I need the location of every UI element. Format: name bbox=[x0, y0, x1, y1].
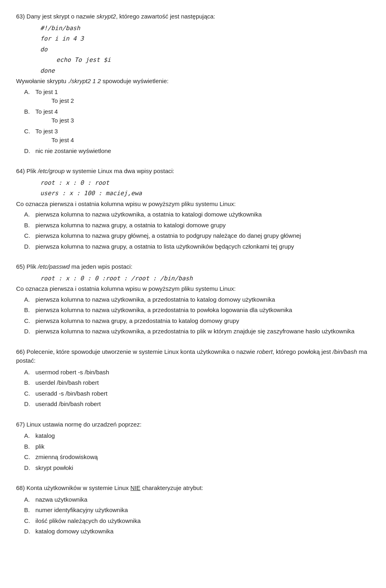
q68-option-d-text: katalog domowy użytkownika bbox=[35, 527, 370, 536]
q65-option-d-letter: D. bbox=[24, 327, 35, 336]
q65-option-c: C. pierwsza kolumna to nazwa grupy, a pr… bbox=[24, 316, 370, 326]
q66-option-a: A. usermod robert -s /bin/bash bbox=[24, 368, 370, 377]
q66-option-c-text: useradd -s /bin/bash robert bbox=[35, 389, 370, 398]
q64-option-c: C. pierwsza kolumna to nazwa grupy główn… bbox=[24, 231, 370, 241]
q68-underline: NIE bbox=[130, 484, 140, 491]
q63-title: 63) Dany jest skrypt o nazwie skrypt2, k… bbox=[16, 12, 370, 21]
q66-title: 66) Polecenie, które spowoduje utworzeni… bbox=[16, 347, 370, 365]
q66-intro2: , którego powłoką jest bbox=[273, 348, 333, 355]
q63-call-italic: ./skrypt2 1 2 bbox=[68, 78, 101, 84]
q67-title: 67) Linux ustawia normę do urzadzeń popr… bbox=[16, 420, 370, 429]
q68-option-a: A. nazwa użytkownika bbox=[24, 495, 370, 504]
q67-option-c-text: zmienną środowiskową bbox=[35, 453, 370, 462]
q63-options: A. To jest 1To jest 2 B. To jest 4To jes… bbox=[24, 88, 370, 156]
q68-option-b: B. numer identyfikacyjny użytkownika bbox=[24, 506, 370, 515]
q66-option-b-text: userdel /bin/bash robert bbox=[35, 378, 370, 388]
q65-option-d-text: pierwsza kolumna to nazwa użytkownika, a… bbox=[35, 327, 370, 336]
q64-followup: Co oznacza pierwsza i ostatnia kolumna w… bbox=[16, 200, 370, 209]
q65-code: root : x : 0 : 0 :root : /root : /bin/ba… bbox=[32, 274, 370, 283]
q65-intro-rest: ma jeden wpis postaci: bbox=[70, 263, 132, 270]
q63-option-a: A. To jest 1To jest 2 bbox=[24, 88, 370, 106]
q64-option-a-letter: A. bbox=[24, 210, 35, 219]
q65-option-a-text: pierwsza kolumna to nazwa użytkownika, a… bbox=[35, 295, 370, 304]
q68-option-c: C. ilość plików należących do użytkownik… bbox=[24, 517, 370, 526]
q63-code-line2: for i in 4 3 bbox=[40, 34, 370, 43]
q63-option-b-letter: B. bbox=[24, 107, 35, 116]
q64-italic: /etc/group bbox=[38, 167, 65, 174]
q68-intro: 68) Konta użytkowników w systemie Linux bbox=[16, 484, 130, 491]
q63-number: 63) Dany jest skrypt o nazwie bbox=[16, 13, 96, 20]
q65-option-b: B. pierwsza kolumna to nazwa użytkownika… bbox=[24, 306, 370, 315]
q63-option-b-text: To jest 4To jest 3 bbox=[35, 107, 370, 125]
q66-option-a-letter: A. bbox=[24, 368, 35, 377]
q64-code-line1: root : x : 0 : root bbox=[40, 178, 370, 188]
q63-option-c-text: To jest 3To jest 4 bbox=[35, 127, 370, 145]
q64-option-b-text: pierwsza kolumna to nazwa grupy, a ostat… bbox=[35, 221, 370, 230]
q68-option-b-text: numer identyfikacyjny użytkownika bbox=[35, 506, 370, 515]
q63-call: Wywołanie skryptu ./skrypt2 1 2 spowoduj… bbox=[16, 77, 370, 86]
q67-option-a-text: katalog bbox=[35, 431, 370, 441]
q64-option-d-text: pierwsza kolumna to nazwa grupy, a ostat… bbox=[35, 242, 370, 251]
q64-code: root : x : 0 : root users : x : 100 : ma… bbox=[32, 178, 370, 198]
q68-option-c-text: ilość plików należących do użytkownika bbox=[35, 517, 370, 526]
q67-options: A. katalog B. plik C. zmienną środowisko… bbox=[24, 431, 370, 472]
q63-option-d-letter: D. bbox=[24, 147, 35, 156]
q66-option-d: D. useradd /bin/bash robert bbox=[24, 400, 370, 409]
q63-option-c: C. To jest 3To jest 4 bbox=[24, 127, 370, 145]
question-68: 68) Konta użytkowników w systemie Linux … bbox=[16, 484, 370, 536]
q64-option-b: B. pierwsza kolumna to nazwa grupy, a os… bbox=[24, 221, 370, 230]
q67-option-c: C. zmienną środowiskową bbox=[24, 453, 370, 462]
q64-option-c-text: pierwsza kolumna to nazwa grupy głównej,… bbox=[35, 231, 370, 241]
q64-option-d-letter: D. bbox=[24, 242, 35, 251]
q66-option-b: B. userdel /bin/bash robert bbox=[24, 378, 370, 388]
q67-option-b: B. plik bbox=[24, 442, 370, 451]
q64-intro-rest: w systemie Linux ma dwa wpisy postaci: bbox=[65, 167, 175, 174]
q64-title: 64) Plik /etc/group w systemie Linux ma … bbox=[16, 167, 370, 176]
q66-options: A. usermod robert -s /bin/bash B. userde… bbox=[24, 368, 370, 409]
q65-italic: /etc/passwd bbox=[38, 263, 70, 270]
q68-option-a-text: nazwa użytkownika bbox=[35, 495, 370, 504]
q65-option-c-text: pierwsza kolumna to nazwa grupy, a przed… bbox=[35, 316, 370, 326]
q66-italic-robert: robert bbox=[257, 348, 273, 355]
q68-option-d-letter: D. bbox=[24, 527, 35, 536]
q63-code-line3: do bbox=[40, 45, 370, 54]
q65-option-b-text: pierwsza kolumna to nazwa użytkownika, a… bbox=[35, 306, 370, 315]
q63-option-a-text: To jest 1To jest 2 bbox=[35, 88, 370, 106]
q68-intro2: charakteryzuje atrybut: bbox=[140, 484, 203, 491]
q66-option-d-text: useradd /bin/bash robert bbox=[35, 400, 370, 409]
q64-code-line2: users : x : 100 : maciej,ewa bbox=[40, 189, 370, 198]
q65-number: 65) Plik bbox=[16, 263, 38, 270]
q67-option-b-letter: B. bbox=[24, 442, 35, 451]
q63-option-a-letter: A. bbox=[24, 88, 35, 97]
question-65: 65) Plik /etc/passwd ma jeden wpis posta… bbox=[16, 262, 370, 336]
q63-option-d-text: nic nie zostanie wyświetlone bbox=[35, 147, 370, 156]
q67-option-d-text: skrypt powłoki bbox=[35, 463, 370, 473]
q64-options: A. pierwsza kolumna to nazwa użytkownika… bbox=[24, 210, 370, 251]
q63-code-line1: #!/bin/bash bbox=[40, 24, 370, 33]
q67-option-a-letter: A. bbox=[24, 431, 35, 441]
q67-option-c-letter: C. bbox=[24, 453, 35, 462]
question-63: 63) Dany jest skrypt o nazwie skrypt2, k… bbox=[16, 12, 370, 155]
q65-followup: Co oznacza pierwsza i ostatnia kolumna w… bbox=[16, 284, 370, 294]
q67-option-b-text: plik bbox=[35, 442, 370, 451]
q65-option-c-letter: C. bbox=[24, 316, 35, 326]
q65-option-a: A. pierwsza kolumna to nazwa użytkownika… bbox=[24, 295, 370, 304]
q68-option-c-letter: C. bbox=[24, 517, 35, 526]
q65-option-b-letter: B. bbox=[24, 306, 35, 315]
q67-option-d-letter: D. bbox=[24, 463, 35, 473]
q65-code-line1: root : x : 0 : 0 :root : /root : /bin/ba… bbox=[40, 274, 370, 283]
q68-options: A. nazwa użytkownika B. numer identyfika… bbox=[24, 495, 370, 536]
question-64: 64) Plik /etc/group w systemie Linux ma … bbox=[16, 167, 370, 251]
q66-option-d-letter: D. bbox=[24, 400, 35, 409]
q63-option-c-letter: C. bbox=[24, 127, 35, 136]
q68-option-a-letter: A. bbox=[24, 495, 35, 504]
q65-title: 65) Plik /etc/passwd ma jeden wpis posta… bbox=[16, 262, 370, 272]
q66-option-c-letter: C. bbox=[24, 389, 35, 398]
q65-option-d: D. pierwsza kolumna to nazwa użytkownika… bbox=[24, 327, 370, 336]
question-66: 66) Polecenie, które spowoduje utworzeni… bbox=[16, 347, 370, 409]
q67-option-a: A. katalog bbox=[24, 431, 370, 441]
q64-option-a: A. pierwsza kolumna to nazwa użytkownika… bbox=[24, 210, 370, 219]
q66-intro: 66) Polecenie, które spowoduje utworzeni… bbox=[16, 348, 257, 355]
q67-intro: 67) Linux ustawia normę do urzadzeń popr… bbox=[16, 421, 142, 428]
q66-option-c: C. useradd -s /bin/bash robert bbox=[24, 389, 370, 398]
